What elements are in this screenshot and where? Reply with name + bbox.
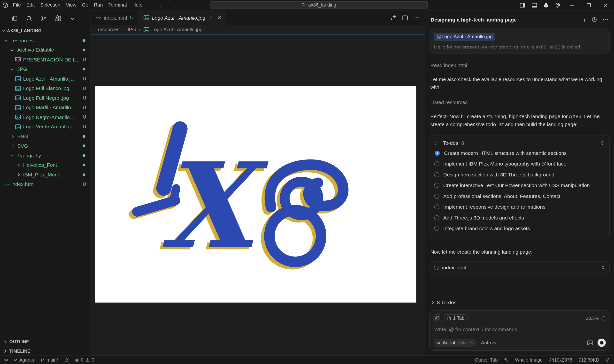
zoom-mode-item[interactable]: Whole Image (515, 357, 543, 363)
todo-item-create-modern-html-structure-with-semant[interactable]: Create modern HTML structure with semant… (434, 148, 605, 158)
breadcrumb-item-resources[interactable]: resources (98, 27, 119, 32)
status-bar: >< ∞ Agents main* ⊗ 0 ⚠ 0 Cursor Tab Who… (0, 355, 614, 364)
zoom-icon[interactable] (504, 357, 509, 362)
tree-item-logo-marfil-amarillo[interactable]: Logo Marfil - Amarillo...U (0, 103, 90, 113)
todo-item-add-professional-sections-about-features[interactable]: Add professional sections: About, Featur… (434, 191, 605, 202)
todo-item-design-hero-section-with-3d-three-js-bac[interactable]: Design hero section with 3D Three.js bac… (434, 169, 605, 180)
composer: @ 1 Tab 13.3% Write, @ for context, / fo… (429, 311, 610, 351)
close-window-button[interactable] (597, 0, 614, 10)
tree-item-typograhy[interactable]: Typograhy (0, 151, 90, 160)
tool-read-line[interactable]: Read index.html (430, 62, 609, 68)
cube-icon[interactable] (540, 0, 552, 10)
cursor-window: FileEditSelectionViewGoRunTerminalHelp ←… (0, 0, 614, 364)
creating-file-card[interactable]: index .html (430, 261, 610, 274)
todo-checkbox-icon (434, 226, 439, 231)
menu-run[interactable]: Run (91, 0, 105, 10)
forward-arrow-icon[interactable]: → (171, 2, 176, 8)
stop-button[interactable] (598, 338, 606, 347)
tree-item-logo-verde-amarillo-j[interactable]: Logo Verde-Amarillo.j...U (0, 122, 90, 132)
menu-selection[interactable]: Selection (38, 0, 63, 10)
editor-actions: ⋯ (390, 11, 425, 25)
image-file-icon (15, 95, 21, 101)
menu-terminal[interactable]: Terminal (105, 0, 130, 10)
source-control-icon[interactable] (40, 15, 47, 22)
tree-item-label: PNG (17, 133, 28, 139)
outline-section[interactable]: OUTLINE (0, 337, 90, 346)
file-tree: resourcesArchivo EditablePRESENTACIÓN DE… (0, 35, 90, 355)
todo-item-create-interactive-test-our-power-sectio[interactable]: Create interactive Test Our Power sectio… (434, 180, 605, 191)
agents-status-item[interactable]: ∞ Agents (14, 357, 34, 363)
breadcrumb-item-jpg[interactable]: JPG (126, 27, 136, 32)
tree-item-label: Logo Full Negro .jpg (23, 95, 69, 101)
timeline-section[interactable]: TIMELINE (0, 346, 90, 355)
back-arrow-icon[interactable]: ← (159, 2, 164, 8)
menu-edit[interactable]: Edit (24, 0, 37, 10)
new-chat-icon[interactable]: + (583, 16, 586, 23)
todo-item-add-three-js-3d-models-and-effects[interactable]: Add Three.js 3D models and effects (434, 212, 605, 223)
expand-collapse-icon[interactable] (600, 141, 605, 146)
extensions-icon[interactable] (55, 15, 61, 22)
tree-item-archivo-editable[interactable]: Archivo Editable (0, 45, 90, 55)
todo-item-implement-responsive-design-and-animatio[interactable]: Implement responsive design and animatio… (434, 202, 605, 212)
explorer-icon[interactable] (11, 15, 18, 22)
workspace-header[interactable]: AX86_LANDING (0, 26, 90, 35)
search-sidebar-icon[interactable] (26, 15, 32, 22)
minimize-button[interactable] (563, 0, 580, 10)
chat-input[interactable]: Write, @ for context, / for commands (434, 326, 605, 334)
menu-file[interactable]: File (10, 0, 24, 10)
more-views-chevron-icon[interactable] (69, 15, 76, 22)
menu-help[interactable]: Help (130, 0, 145, 10)
todo-item-implement-ibm-plex-mono-typography-with-[interactable]: Implement IBM Plex Mono typography with … (434, 158, 605, 169)
activity-bar (0, 11, 90, 26)
more-options-icon[interactable]: ⋯ (603, 16, 608, 23)
todos-collapsed-row[interactable]: 8 To-dos (429, 297, 610, 308)
agent-mode-selector[interactable]: ∞ Agent Ctrl+I (433, 338, 476, 347)
tree-item-helvetica-font[interactable]: Helvetica_Font (0, 160, 90, 170)
breadcrumb-item-logo-azul-amarillo-jpg[interactable]: Logo Azul - Amarillo.jpg (143, 26, 202, 33)
tree-item-resources[interactable]: resources (0, 36, 90, 45)
maximize-button[interactable] (580, 0, 597, 10)
untracked-badge: U (83, 76, 86, 82)
model-selector[interactable]: Auto (481, 340, 496, 346)
tree-item-presentaci-n-de-l[interactable]: PRESENTACIÓN DE L...U (0, 55, 90, 64)
sync-icon[interactable] (65, 357, 69, 362)
attach-image-icon[interactable] (587, 339, 593, 346)
toggle-sidebar-icon[interactable] (516, 0, 528, 10)
tree-item-logo-azul-amarillo-j[interactable]: Logo Azul - Amarillo.j...U (0, 74, 90, 84)
git-branch-item[interactable]: main* (40, 357, 59, 363)
tree-item-jpg[interactable]: JPG (0, 64, 90, 74)
tree-item-logo-full-blanco-jpg[interactable]: Logo Full Blanco.jpgU (0, 83, 90, 93)
search-box[interactable]: ax86_landing (210, 1, 428, 9)
add-context-button[interactable]: @ (433, 314, 441, 322)
expand-collapse-icon[interactable] (600, 265, 605, 270)
cursor-tab-item[interactable]: Cursor Tab (475, 357, 498, 363)
tab-index-html[interactable]: </> index.html U (91, 11, 139, 25)
todo-item-integrate-brand-colors-and-logo-assets[interactable]: Integrate brand colors and logo assets (434, 223, 605, 234)
image-file-icon (143, 26, 149, 33)
problems-item[interactable]: ⊗ 0 ⚠ 0 (75, 357, 94, 363)
remote-indicator[interactable]: >< (4, 357, 8, 362)
tool-listed-line[interactable]: Listed resources (430, 100, 609, 105)
context-tab-pill[interactable]: 1 Tab (444, 314, 468, 322)
menu-go[interactable]: Go (79, 0, 91, 10)
close-tab-icon[interactable] (217, 16, 221, 20)
history-icon[interactable] (592, 17, 597, 23)
notifications-bell-icon[interactable] (605, 357, 610, 363)
toggle-panel-icon[interactable] (528, 0, 540, 10)
more-actions-icon[interactable]: ⋯ (414, 14, 419, 21)
modified-dot-badge (83, 68, 85, 70)
todos-header[interactable]: To-dos 8 (434, 138, 605, 148)
tree-item-label: Helvetica_Font (23, 162, 57, 168)
tree-item-index-html[interactable]: </>index.htmlU (0, 180, 90, 189)
tree-item-png[interactable]: PNG (0, 131, 90, 141)
tree-item-logo-full-negro-jpg[interactable]: Logo Full Negro .jpgU (0, 93, 90, 103)
menu-view[interactable]: View (63, 0, 79, 10)
tree-item-svg[interactable]: SVG (0, 141, 90, 151)
context-chip[interactable]: @Logo Azul - Amarillo.jpg (434, 33, 495, 41)
open-changes-icon[interactable] (390, 15, 396, 21)
split-editor-icon[interactable] (402, 15, 408, 21)
tab-logo-azul-amarillo[interactable]: Logo Azul - Amarillo.jpg U (139, 11, 226, 25)
tree-item-logo-negro-amarillo[interactable]: Logo Negro-Amarillo....U (0, 112, 90, 122)
settings-gear-icon[interactable] (552, 0, 564, 10)
tree-item-ibm-plex-mono[interactable]: IBM_Plex_Mono (0, 170, 90, 180)
